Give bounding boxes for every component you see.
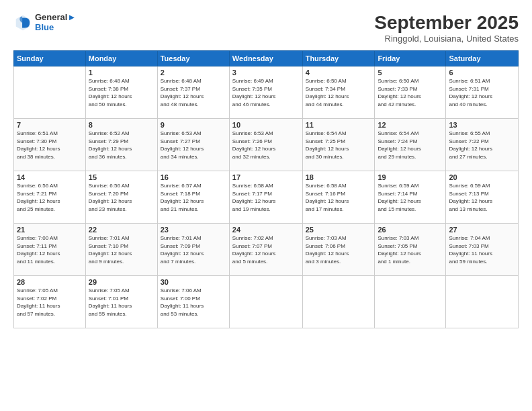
calendar-cell — [14, 66, 86, 119]
header-monday: Monday — [85, 51, 157, 66]
day-info: Sunrise: 6:55 AM Sunset: 7:22 PM Dayligh… — [449, 130, 515, 161]
calendar-cell: 25Sunrise: 7:03 AM Sunset: 7:06 PM Dayli… — [302, 224, 375, 276]
day-info: Sunrise: 6:51 AM Sunset: 7:30 PM Dayligh… — [17, 130, 83, 161]
day-number: 27 — [449, 226, 515, 234]
day-number: 25 — [306, 226, 372, 234]
calendar-cell: 27Sunrise: 7:04 AM Sunset: 7:03 PM Dayli… — [446, 224, 519, 276]
calendar-cell — [446, 276, 519, 328]
weekday-header-row: Sunday Monday Tuesday Wednesday Thursday… — [14, 51, 519, 66]
day-info: Sunrise: 7:01 AM Sunset: 7:10 PM Dayligh… — [89, 234, 154, 265]
day-number: 26 — [378, 226, 443, 234]
day-number: 11 — [306, 121, 372, 129]
calendar-cell: 13Sunrise: 6:55 AM Sunset: 7:22 PM Dayli… — [446, 119, 519, 171]
day-number: 30 — [161, 278, 226, 286]
calendar-cell: 7Sunrise: 6:51 AM Sunset: 7:30 PM Daylig… — [14, 119, 86, 171]
day-info: Sunrise: 7:05 AM Sunset: 7:01 PM Dayligh… — [89, 287, 154, 318]
calendar-cell: 6Sunrise: 6:51 AM Sunset: 7:31 PM Daylig… — [446, 66, 519, 119]
day-info: Sunrise: 7:05 AM Sunset: 7:02 PM Dayligh… — [17, 287, 83, 318]
month-title: September 2025 — [374, 12, 519, 34]
day-info: Sunrise: 6:49 AM Sunset: 7:35 PM Dayligh… — [232, 77, 300, 108]
title-block: September 2025 Ringgold, Louisiana, Unit… — [374, 12, 519, 44]
calendar-cell — [302, 276, 375, 328]
calendar-cell: 21Sunrise: 7:00 AM Sunset: 7:11 PM Dayli… — [14, 224, 86, 276]
day-number: 3 — [232, 68, 300, 77]
day-info: Sunrise: 6:54 AM Sunset: 7:24 PM Dayligh… — [378, 130, 443, 161]
calendar-cell: 10Sunrise: 6:53 AM Sunset: 7:26 PM Dayli… — [229, 119, 302, 171]
day-number: 12 — [378, 121, 443, 129]
day-info: Sunrise: 6:56 AM Sunset: 7:21 PM Dayligh… — [17, 182, 83, 213]
day-number: 2 — [161, 68, 226, 77]
day-info: Sunrise: 6:48 AM Sunset: 7:38 PM Dayligh… — [89, 77, 154, 108]
calendar-cell: 22Sunrise: 7:01 AM Sunset: 7:10 PM Dayli… — [85, 224, 157, 276]
calendar-cell: 30Sunrise: 7:06 AM Sunset: 7:00 PM Dayli… — [157, 276, 229, 328]
header-wednesday: Wednesday — [229, 51, 302, 66]
calendar-cell: 4Sunrise: 6:50 AM Sunset: 7:34 PM Daylig… — [302, 66, 375, 119]
day-info: Sunrise: 7:01 AM Sunset: 7:09 PM Dayligh… — [161, 234, 226, 265]
day-info: Sunrise: 6:48 AM Sunset: 7:37 PM Dayligh… — [161, 77, 226, 108]
day-number: 28 — [17, 278, 83, 286]
calendar-cell: 20Sunrise: 6:59 AM Sunset: 7:13 PM Dayli… — [446, 171, 519, 224]
calendar-cell: 26Sunrise: 7:03 AM Sunset: 7:05 PM Dayli… — [375, 224, 446, 276]
calendar-cell: 19Sunrise: 6:59 AM Sunset: 7:14 PM Dayli… — [375, 171, 446, 224]
calendar-cell: 24Sunrise: 7:02 AM Sunset: 7:07 PM Dayli… — [229, 224, 302, 276]
day-info: Sunrise: 6:57 AM Sunset: 7:18 PM Dayligh… — [161, 182, 226, 213]
day-info: Sunrise: 6:58 AM Sunset: 7:16 PM Dayligh… — [306, 182, 372, 213]
calendar-cell: 3Sunrise: 6:49 AM Sunset: 7:35 PM Daylig… — [229, 66, 302, 119]
calendar-cell — [375, 276, 446, 328]
day-info: Sunrise: 7:03 AM Sunset: 7:06 PM Dayligh… — [306, 234, 372, 265]
day-number: 15 — [89, 173, 154, 181]
day-number: 18 — [306, 173, 372, 181]
day-number: 9 — [161, 121, 226, 129]
day-info: Sunrise: 7:02 AM Sunset: 7:07 PM Dayligh… — [232, 234, 300, 265]
day-info: Sunrise: 6:54 AM Sunset: 7:25 PM Dayligh… — [306, 130, 372, 161]
header-thursday: Thursday — [302, 51, 375, 66]
day-info: Sunrise: 7:06 AM Sunset: 7:00 PM Dayligh… — [161, 287, 226, 318]
day-number: 1 — [89, 68, 154, 77]
day-info: Sunrise: 6:50 AM Sunset: 7:33 PM Dayligh… — [378, 77, 443, 108]
week-row-5: 28Sunrise: 7:05 AM Sunset: 7:02 PM Dayli… — [14, 276, 519, 328]
day-number: 10 — [232, 121, 300, 129]
day-info: Sunrise: 6:59 AM Sunset: 7:14 PM Dayligh… — [378, 182, 443, 213]
day-number: 6 — [449, 68, 515, 77]
header-saturday: Saturday — [446, 51, 519, 66]
day-info: Sunrise: 6:59 AM Sunset: 7:13 PM Dayligh… — [449, 182, 515, 213]
location: Ringgold, Louisiana, United States — [374, 34, 519, 44]
day-info: Sunrise: 6:52 AM Sunset: 7:29 PM Dayligh… — [89, 130, 154, 161]
week-row-3: 14Sunrise: 6:56 AM Sunset: 7:21 PM Dayli… — [14, 171, 519, 224]
calendar-cell: 14Sunrise: 6:56 AM Sunset: 7:21 PM Dayli… — [14, 171, 86, 224]
day-info: Sunrise: 7:03 AM Sunset: 7:05 PM Dayligh… — [378, 234, 443, 265]
day-number: 17 — [232, 173, 300, 181]
day-number: 13 — [449, 121, 515, 129]
calendar-cell: 11Sunrise: 6:54 AM Sunset: 7:25 PM Dayli… — [302, 119, 375, 171]
day-number: 19 — [378, 173, 443, 181]
week-row-2: 7Sunrise: 6:51 AM Sunset: 7:30 PM Daylig… — [14, 119, 519, 171]
calendar-cell — [229, 276, 302, 328]
calendar-cell: 5Sunrise: 6:50 AM Sunset: 7:33 PM Daylig… — [375, 66, 446, 119]
header-tuesday: Tuesday — [157, 51, 229, 66]
header-friday: Friday — [375, 51, 446, 66]
day-info: Sunrise: 7:04 AM Sunset: 7:03 PM Dayligh… — [449, 234, 515, 265]
day-number: 22 — [89, 226, 154, 234]
day-info: Sunrise: 6:53 AM Sunset: 7:26 PM Dayligh… — [232, 130, 300, 161]
calendar-cell: 28Sunrise: 7:05 AM Sunset: 7:02 PM Dayli… — [14, 276, 86, 328]
calendar-cell: 2Sunrise: 6:48 AM Sunset: 7:37 PM Daylig… — [157, 66, 229, 119]
day-number: 24 — [232, 226, 300, 234]
logo: General► Blue — [13, 12, 76, 32]
calendar-cell: 9Sunrise: 6:53 AM Sunset: 7:27 PM Daylig… — [157, 119, 229, 171]
day-number: 29 — [89, 278, 154, 286]
day-info: Sunrise: 7:00 AM Sunset: 7:11 PM Dayligh… — [17, 234, 83, 265]
calendar-cell: 17Sunrise: 6:58 AM Sunset: 7:17 PM Dayli… — [229, 171, 302, 224]
day-info: Sunrise: 6:53 AM Sunset: 7:27 PM Dayligh… — [161, 130, 226, 161]
day-number: 16 — [161, 173, 226, 181]
calendar-cell: 29Sunrise: 7:05 AM Sunset: 7:01 PM Dayli… — [85, 276, 157, 328]
calendar-cell: 12Sunrise: 6:54 AM Sunset: 7:24 PM Dayli… — [375, 119, 446, 171]
header-sunday: Sunday — [14, 51, 86, 66]
day-info: Sunrise: 6:51 AM Sunset: 7:31 PM Dayligh… — [449, 77, 515, 108]
week-row-1: 1Sunrise: 6:48 AM Sunset: 7:38 PM Daylig… — [14, 66, 519, 119]
logo-text: General► Blue — [35, 12, 76, 32]
day-number: 7 — [17, 121, 83, 129]
day-number: 8 — [89, 121, 154, 129]
page: General► Blue September 2025 Ringgold, L… — [0, 0, 532, 411]
calendar-cell: 23Sunrise: 7:01 AM Sunset: 7:09 PM Dayli… — [157, 224, 229, 276]
day-info: Sunrise: 6:56 AM Sunset: 7:20 PM Dayligh… — [89, 182, 154, 213]
